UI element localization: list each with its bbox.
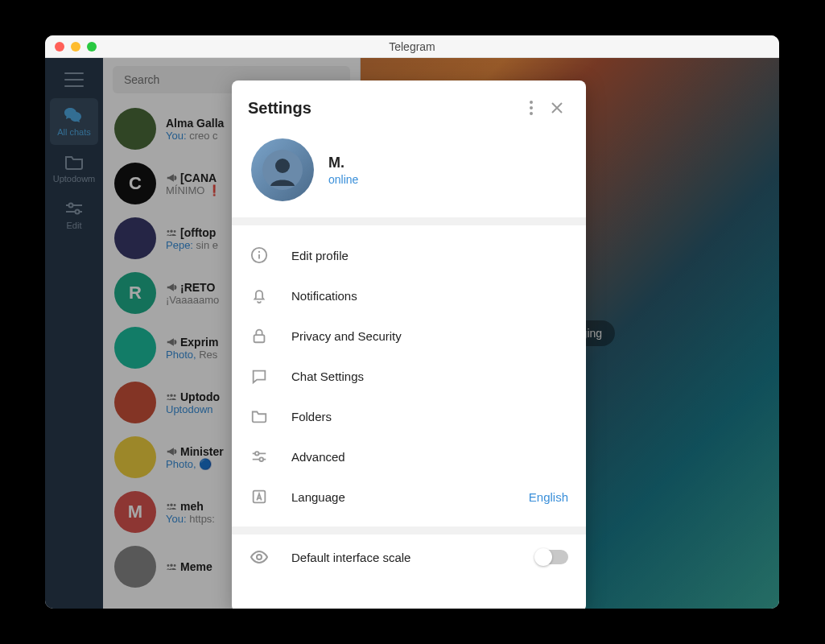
svg-point-14 [255,452,259,456]
settings-item-advanced[interactable]: Advanced [232,436,586,477]
sliders-icon [250,447,269,466]
window-title: Telegram [45,40,779,53]
settings-title: Settings [248,99,518,118]
svg-point-18 [257,555,262,559]
settings-menu: Edit profileNotificationsPrivacy and Sec… [232,225,586,526]
chat-icon [250,366,269,386]
bell-icon [250,286,269,305]
settings-item-value: English [529,490,568,504]
settings-item-folders[interactable]: Folders [232,396,586,436]
settings-item-label: Language [291,490,506,504]
profile-avatar [251,138,314,201]
svg-point-16 [259,457,263,461]
more-button[interactable] [518,95,544,121]
svg-point-6 [530,112,533,115]
svg-point-5 [530,106,533,109]
settings-item-label: Privacy and Security [291,329,568,343]
language-icon [250,487,269,506]
separator [232,217,586,225]
folder-icon [250,407,269,426]
settings-item-edit-profile[interactable]: Edit profile [232,235,586,275]
settings-modal: Settings M. online Edit profileNotific [232,80,586,609]
info-icon [250,246,269,265]
settings-item-label: Advanced [291,450,568,464]
svg-rect-12 [254,335,265,342]
settings-item-scale[interactable]: Default interface scale [232,535,586,580]
svg-point-11 [258,251,260,253]
scale-toggle[interactable] [536,550,568,564]
scale-label: Default interface scale [291,551,514,564]
close-icon [551,101,563,114]
profile-section[interactable]: M. online [232,132,586,217]
settings-item-language[interactable]: LanguageEnglish [232,477,586,517]
close-button[interactable] [544,95,570,121]
eye-icon [250,547,269,567]
settings-item-notifications[interactable]: Notifications [232,275,586,316]
settings-item-label: Notifications [291,289,568,303]
settings-item-privacy[interactable]: Privacy and Security [232,316,586,356]
svg-point-8 [275,159,290,173]
separator [232,526,586,535]
app-window: Telegram All chats Uptodowm Edit [45,35,779,609]
settings-item-label: Edit profile [291,249,568,262]
settings-item-label: Folders [291,410,568,423]
svg-point-4 [530,101,533,104]
settings-item-chat-settings[interactable]: Chat Settings [232,356,586,396]
titlebar: Telegram [45,35,779,58]
settings-item-label: Chat Settings [291,369,568,383]
settings-header: Settings [232,80,586,132]
profile-status: online [328,173,358,186]
more-icon [530,101,533,115]
profile-name: M. [328,155,358,171]
lock-icon [250,326,269,345]
